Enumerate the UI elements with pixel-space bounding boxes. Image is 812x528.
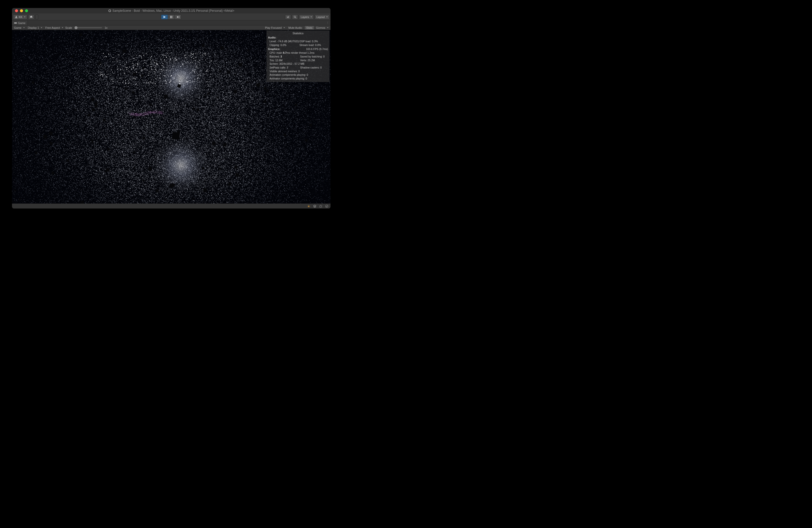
- svg-rect-3: [179, 16, 179, 18]
- graphics-saved-batching: Saved by batching: 0: [300, 55, 328, 59]
- graphics-screen: Screen: 3024x1652 - 57.2 MB: [268, 62, 328, 66]
- svg-point-9: [308, 205, 309, 207]
- audio-dsp-load: DSP load: 0.3%: [300, 40, 328, 43]
- layout-dropdown[interactable]: Layout: [315, 15, 330, 19]
- svg-rect-2: [172, 16, 172, 18]
- account-label: KK: [19, 15, 23, 18]
- mute-audio-toggle[interactable]: Mute Audio: [287, 26, 304, 29]
- audio-header: Audio:: [268, 36, 276, 39]
- play-focused-dropdown[interactable]: Play Focused: [264, 26, 286, 29]
- statistics-overlay: Statistics Audio: Level: -74.8 dB (MUTED…: [266, 30, 330, 82]
- graphics-animation-playing: Animation components playing: 0: [268, 73, 328, 77]
- gizmos-dropdown[interactable]: Gizmos: [315, 26, 330, 29]
- svg-line-17: [309, 205, 310, 205]
- auto-lighting-icon[interactable]: [307, 205, 310, 208]
- svg-point-4: [294, 16, 295, 17]
- window-title: SampleScene - Boid - Windows, Mac, Linux…: [12, 9, 331, 13]
- view-tabs: Game ⋮: [12, 20, 331, 26]
- undo-history-placeholder[interactable]: [35, 15, 38, 19]
- audio-stream-load: Stream load: 0.0%: [300, 43, 328, 47]
- game-view-toolbar: Game Display 1 Free Aspect Scale 1x Play…: [12, 26, 331, 30]
- cloud-button[interactable]: [28, 15, 34, 19]
- audio-level: Level: -74.8 dB (MUTED): [268, 40, 300, 43]
- svg-line-15: [309, 207, 310, 207]
- svg-line-20: [319, 205, 320, 206]
- minimize-window-button[interactable]: [20, 9, 23, 12]
- status-bar: [12, 204, 331, 208]
- unity-icon: [108, 9, 112, 13]
- stats-label: Stats: [306, 26, 313, 29]
- layers-dropdown[interactable]: Layers: [299, 15, 314, 19]
- layers-icon[interactable]: [313, 205, 317, 208]
- game-view-mode-dropdown[interactable]: Game: [13, 26, 26, 29]
- display-label: Display 1: [28, 26, 39, 29]
- graphics-animator-playing: Animator components playing: 0: [268, 77, 328, 80]
- scale-slider[interactable]: [74, 27, 102, 28]
- play-controls: [161, 15, 182, 19]
- graphics-header: Graphics:: [268, 47, 306, 51]
- account-dropdown[interactable]: KK: [13, 15, 27, 19]
- graphics-setpass: SetPass calls: 3: [270, 66, 300, 70]
- layout-label: Layout: [317, 15, 325, 18]
- svg-rect-6: [14, 22, 17, 24]
- window-controls: [12, 9, 28, 12]
- svg-point-18: [320, 205, 322, 207]
- stats-toggle[interactable]: Stats: [305, 26, 314, 29]
- window-title-text: SampleScene - Boid - Windows, Mac, Linux…: [113, 9, 234, 13]
- svg-line-14: [308, 205, 308, 205]
- audio-clipping: Clipping: 0.0%: [268, 43, 300, 47]
- gizmos-label: Gizmos: [316, 26, 325, 29]
- tab-game-label: Game: [18, 21, 26, 25]
- aspect-label: Free Aspect: [45, 26, 60, 29]
- graphics-verts: Verts: 25.2M: [300, 59, 328, 62]
- close-window-button[interactable]: [15, 9, 18, 12]
- graphics-shadow-casters: Shadow casters: 0: [300, 66, 328, 70]
- graphics-fps: 103.6 FPS (9.7ms): [306, 47, 328, 51]
- svg-point-8: [16, 23, 16, 23]
- titlebar: SampleScene - Boid - Windows, Mac, Linux…: [12, 8, 331, 14]
- game-tab-icon: [14, 21, 17, 25]
- game-viewport[interactable]: Statistics Audio: Level: -74.8 dB (MUTED…: [12, 30, 331, 204]
- svg-line-5: [295, 17, 296, 18]
- svg-line-23: [322, 207, 322, 207]
- step-button[interactable]: [174, 15, 182, 19]
- svg-rect-1: [170, 16, 171, 18]
- graphics-cpu: CPU: main 9.7ms render thread 1.2ms: [268, 51, 328, 55]
- maximize-window-button[interactable]: [25, 9, 28, 12]
- svg-line-16: [308, 207, 308, 207]
- undo-history-button[interactable]: [285, 15, 291, 19]
- play-button[interactable]: [161, 15, 168, 19]
- svg-point-0: [16, 16, 17, 17]
- tab-game[interactable]: Game: [12, 20, 28, 25]
- svg-point-7: [14, 23, 15, 23]
- game-view-mode-label: Game: [14, 26, 21, 29]
- unity-editor-window: SampleScene - Boid - Windows, Mac, Linux…: [12, 8, 331, 208]
- mute-audio-label: Mute Audio: [289, 26, 302, 29]
- aspect-dropdown[interactable]: Free Aspect: [44, 26, 64, 29]
- svg-line-22: [319, 207, 320, 207]
- main-toolbar: KK L: [12, 14, 331, 20]
- search-button[interactable]: [292, 15, 298, 19]
- graphics-tris: Tris: 12.6M: [270, 59, 300, 62]
- layers-label: Layers: [301, 15, 309, 18]
- scale-value: 1x: [104, 26, 107, 29]
- play-focused-label: Play Focused: [265, 26, 282, 29]
- scale-slider-thumb[interactable]: [74, 26, 77, 29]
- stats-title: Statistics: [268, 31, 328, 35]
- display-dropdown[interactable]: Display 1: [27, 26, 43, 29]
- graphics-skinned-meshes: Visible skinned meshes: 0: [268, 70, 328, 73]
- svg-line-21: [322, 205, 322, 206]
- tab-context-menu[interactable]: ⋮: [325, 20, 331, 25]
- scale-label: Scale: [65, 26, 72, 29]
- debug-mode-icon[interactable]: [319, 205, 322, 208]
- check-icon[interactable]: [325, 205, 329, 208]
- pause-button[interactable]: [168, 15, 175, 19]
- graphics-batches: Batches: 3: [270, 55, 300, 59]
